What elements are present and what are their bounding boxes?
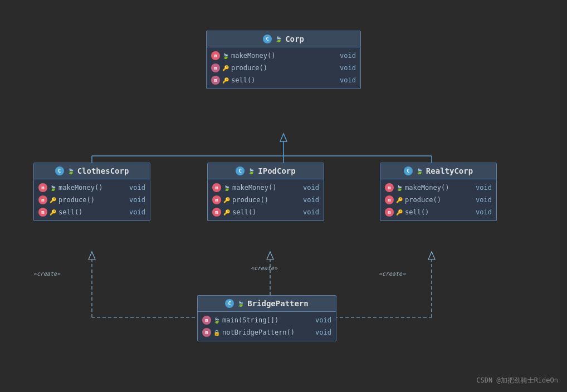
realtycorp-method-2: m 🔑 produce() void: [380, 194, 496, 206]
corp-title: Corp: [285, 35, 304, 43]
ic-method-icon-2: m: [212, 195, 221, 204]
corp-method-2: m 🔑 produce() void: [207, 62, 360, 74]
corp-header: C 🍃 Corp: [207, 31, 360, 47]
svg-marker-8: [89, 252, 95, 259]
svg-marker-5: [280, 134, 287, 141]
ipodcorp-body: m 🍃 makeMoney() void m 🔑 produce() void …: [208, 179, 324, 220]
ipodcorp-title: IPodCorp: [258, 166, 295, 175]
ipodcorp-method-2: m 🔑 produce() void: [208, 194, 324, 206]
corp-method-3: m 🔑 sell() void: [207, 74, 360, 86]
clothescorp-header: C 🍃 ClothesCorp: [34, 163, 150, 179]
bridgepattern-class-icon: C: [225, 299, 234, 308]
realtycorp-header: C 🍃 RealtyCorp: [380, 163, 496, 179]
bp-vis-icon-2: 🔒: [213, 330, 220, 336]
rc-vis-icon-2: 🔑: [396, 197, 403, 203]
bridgepattern-header: C 🍃 BridgePattern: [198, 296, 336, 312]
cc-vis-icon-3: 🔑: [50, 209, 56, 215]
clothescorp-class: C 🍃 ClothesCorp m 🍃 makeMoney() void m 🔑…: [33, 163, 150, 221]
realtycorp-class: C 🍃 RealtyCorp m 🍃 makeMoney() void m 🔑 …: [380, 163, 497, 221]
vis-icon-2: 🔑: [222, 65, 229, 71]
corp-class: C 🍃 Corp m 🍃 makeMoney() void m 🔑 produc…: [206, 31, 361, 89]
bridgepattern-leaf-icon: 🍃: [237, 301, 244, 307]
clothescorp-leaf-icon: 🍃: [67, 168, 74, 174]
ic-vis-icon-3: 🔑: [223, 209, 230, 215]
bp-method-icon-2: m: [202, 328, 211, 337]
bridgepattern-title: BridgePattern: [247, 299, 309, 308]
clothescorp-method-1: m 🍃 makeMoney() void: [34, 182, 150, 194]
rc-method-icon-3: m: [385, 208, 394, 217]
method-icon-2: m: [211, 63, 220, 72]
cc-vis-icon-2: 🔑: [50, 197, 56, 203]
realtycorp-method-1: m 🍃 makeMoney() void: [380, 182, 496, 194]
create-label-clothes: «create»: [33, 271, 60, 277]
corp-class-icon: C: [263, 35, 272, 43]
method-icon-3: m: [211, 76, 220, 85]
ic-method-icon-1: m: [212, 183, 221, 192]
cc-method-icon-2: m: [38, 195, 47, 204]
create-label-ipod: «create»: [251, 265, 277, 271]
realtycorp-method-3: m 🔑 sell() void: [380, 206, 496, 218]
bridgepattern-class: C 🍃 BridgePattern m 🍃 main(String[]) voi…: [197, 295, 336, 341]
watermark: CSDN @加把劲骑士RideOn: [476, 376, 558, 385]
ic-method-icon-3: m: [212, 208, 221, 217]
cc-vis-icon-1: 🍃: [50, 185, 56, 191]
clothescorp-method-3: m 🔑 sell() void: [34, 206, 150, 218]
ipodcorp-method-3: m 🔑 sell() void: [208, 206, 324, 218]
ipodcorp-header: C 🍃 IPodCorp: [208, 163, 324, 179]
cc-method-icon-3: m: [38, 208, 47, 217]
rc-vis-icon-1: 🍃: [396, 185, 403, 191]
corp-body: m 🍃 makeMoney() void m 🔑 produce() void …: [207, 47, 360, 89]
realtycorp-leaf-icon: 🍃: [416, 168, 423, 174]
cc-method-icon-1: m: [38, 183, 47, 192]
ipodcorp-method-1: m 🍃 makeMoney() void: [208, 182, 324, 194]
svg-marker-10: [267, 252, 273, 259]
method-icon-1: m: [211, 51, 220, 60]
bp-vis-icon-1: 🍃: [213, 317, 220, 324]
vis-icon-1: 🍃: [222, 53, 229, 59]
clothescorp-body: m 🍃 makeMoney() void m 🔑 produce() void …: [34, 179, 150, 220]
corp-leaf-icon: 🍃: [275, 36, 282, 42]
vis-icon-3: 🔑: [222, 77, 229, 84]
svg-marker-13: [428, 252, 435, 259]
bridgepattern-body: m 🍃 main(String[]) void m 🔒 notBridgePat…: [198, 312, 336, 341]
bridgepattern-method-2: m 🔒 notBridgePattern() void: [198, 326, 336, 339]
create-label-realty: «create»: [379, 271, 405, 277]
ic-vis-icon-1: 🍃: [223, 185, 230, 191]
clothescorp-method-2: m 🔑 produce() void: [34, 194, 150, 206]
realtycorp-body: m 🍃 makeMoney() void m 🔑 produce() void …: [380, 179, 496, 220]
bridgepattern-method-1: m 🍃 main(String[]) void: [198, 314, 336, 326]
ipodcorp-leaf-icon: 🍃: [248, 168, 255, 174]
clothescorp-title: ClothesCorp: [77, 166, 129, 175]
rc-method-icon-1: m: [385, 183, 394, 192]
diagram-container: «create» «create» «create» C 🍃 Corp m 🍃 …: [0, 0, 567, 392]
corp-method-1: m 🍃 makeMoney() void: [207, 50, 360, 62]
bp-method-icon-1: m: [202, 316, 211, 325]
ipodcorp-class: C 🍃 IPodCorp m 🍃 makeMoney() void m 🔑 pr…: [207, 163, 324, 221]
clothescorp-class-icon: C: [55, 166, 64, 175]
ipodcorp-class-icon: C: [236, 166, 245, 175]
realtycorp-class-icon: C: [404, 166, 413, 175]
ic-vis-icon-2: 🔑: [223, 197, 230, 203]
rc-method-icon-2: m: [385, 195, 394, 204]
rc-vis-icon-3: 🔑: [396, 209, 403, 215]
realtycorp-title: RealtyCorp: [426, 166, 473, 175]
